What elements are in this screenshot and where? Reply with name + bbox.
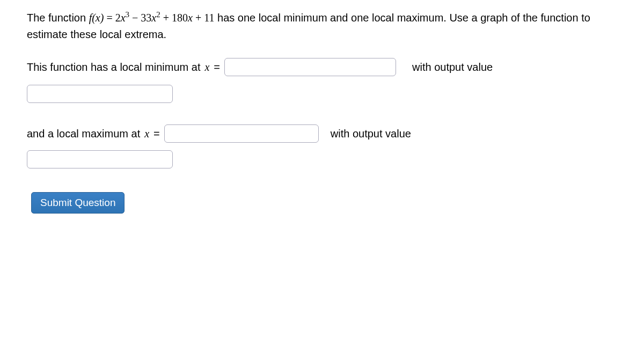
var-x: x (204, 61, 209, 74)
local-min-label-eq: = (214, 61, 220, 74)
submit-button[interactable]: Submit Question (31, 192, 125, 214)
local-max-value-input[interactable] (27, 150, 173, 168)
local-min-value-input[interactable] (27, 85, 173, 103)
with-output-label-2: with output value (331, 128, 411, 140)
local-min-label-pre: This function has a local minimum at (27, 61, 200, 74)
local-min-x-input[interactable] (224, 58, 396, 76)
local-max-label-eq: = (153, 128, 160, 140)
question-intro-1: The function (27, 12, 89, 24)
local-max-value-row (27, 150, 617, 168)
question-text: The function f(x) = 2x3 − 33x2 + 180x + … (27, 10, 617, 43)
local-min-row: This function has a local minimum at x =… (27, 58, 617, 76)
local-max-row: and a local maximum at x = with output v… (27, 124, 617, 143)
local-max-x-input[interactable] (164, 124, 319, 143)
function-expression: f(x) = 2x3 − 33x2 + 180x + 11 (89, 12, 215, 24)
local-max-label-pre: and a local maximum at (27, 128, 140, 140)
with-output-label-1: with output value (412, 61, 493, 74)
local-min-value-row (27, 85, 617, 103)
var-x: x (144, 128, 149, 140)
